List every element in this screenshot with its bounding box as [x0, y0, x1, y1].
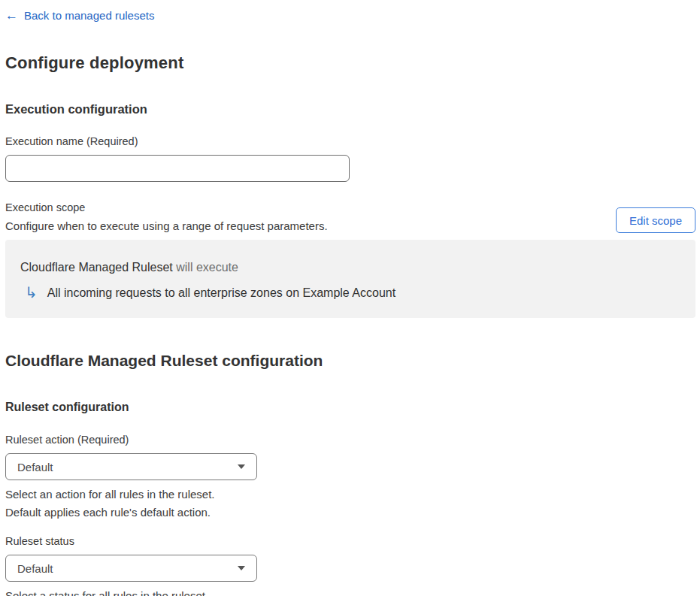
branch-arrow-icon: ↳	[25, 285, 38, 300]
ruleset-status-selected-value: Default	[17, 562, 53, 575]
execution-scope-label: Execution scope	[5, 201, 328, 214]
execution-name-label: Execution name (Required)	[5, 135, 695, 148]
ruleset-status-help-line1: Select a status for all rules in the rul…	[5, 587, 695, 596]
execution-configuration-heading: Execution configuration	[5, 102, 695, 116]
ruleset-configuration-subheading: Ruleset configuration	[5, 401, 695, 414]
caret-down-icon	[238, 566, 245, 570]
execution-scope-description: Configure when to execute using a range …	[5, 219, 328, 233]
ruleset-status-select[interactable]: Default	[5, 555, 257, 582]
execution-scope-text: Execution scope Configure when to execut…	[5, 201, 328, 233]
ruleset-status-help: Select a status for all rules in the rul…	[5, 587, 695, 596]
execution-name-input[interactable]	[5, 155, 350, 182]
ruleset-status-label: Ruleset status	[5, 535, 695, 548]
scope-summary-text: All incoming requests to all enterprise …	[47, 286, 395, 300]
page-title: Configure deployment	[5, 53, 695, 74]
scope-will-execute-text: will execute	[173, 261, 238, 274]
configure-deployment-page: ← Back to managed rulesets Configure dep…	[0, 0, 700, 596]
scope-ruleset-name: Cloudflare Managed Ruleset	[20, 261, 173, 274]
ruleset-action-help-line1: Select an action for all rules in the ru…	[5, 486, 695, 504]
execution-scope-row: Execution scope Configure when to execut…	[5, 201, 695, 233]
ruleset-action-selected-value: Default	[17, 461, 53, 473]
ruleset-configuration-heading: Cloudflare Managed Ruleset configuration	[5, 351, 695, 371]
ruleset-action-select[interactable]: Default	[5, 453, 257, 480]
caret-down-icon	[238, 464, 245, 469]
ruleset-action-label: Ruleset action (Required)	[5, 434, 695, 446]
edit-scope-button[interactable]: Edit scope	[616, 207, 695, 233]
ruleset-action-help-line2: Default applies each rule's default acti…	[5, 504, 695, 522]
scope-summary-line1: Cloudflare Managed Ruleset will execute	[20, 260, 680, 274]
back-to-managed-rulesets-link[interactable]: ← Back to managed rulesets	[5, 9, 154, 22]
back-link-label: Back to managed rulesets	[24, 9, 154, 22]
ruleset-action-help: Select an action for all rules in the ru…	[5, 486, 695, 522]
scope-summary-line2: ↳ All incoming requests to all enterpris…	[20, 285, 680, 300]
back-arrow-icon: ←	[5, 9, 18, 22]
scope-summary-box: Cloudflare Managed Ruleset will execute …	[5, 240, 695, 318]
